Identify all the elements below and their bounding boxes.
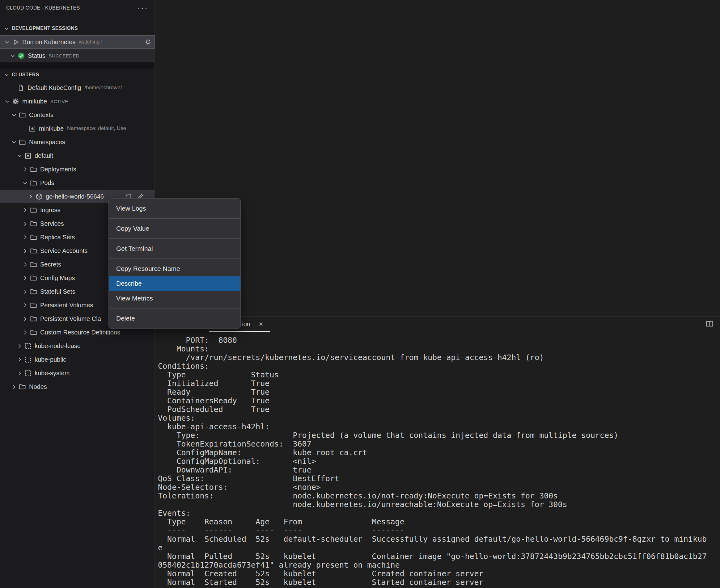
pod-icon: [35, 193, 43, 201]
menu-item-view-logs[interactable]: View Logs: [109, 201, 241, 216]
tree-item-label: minikube: [39, 125, 64, 132]
active-context-icon: [28, 125, 36, 132]
tree-item-description: watching f: [79, 39, 103, 45]
namespace-icon: [24, 342, 32, 350]
chevron-right-icon[interactable]: [21, 234, 29, 240]
tree-item-run-on-kubernetes[interactable]: Run on Kubernetes watching f: [0, 35, 155, 49]
chevron-right-icon[interactable]: [26, 194, 35, 200]
menu-item-delete[interactable]: Delete: [109, 311, 241, 326]
chevron-down-icon[interactable]: [21, 180, 29, 186]
tree-item-label: Services: [40, 220, 64, 227]
tree-item-description: Namespace: default, Use: [67, 125, 126, 131]
success-check-icon: [17, 52, 25, 60]
menu-item-get-terminal[interactable]: Get Terminal: [109, 241, 241, 256]
sidebar-title: CLOUD CODE - KUBERNETES: [6, 5, 80, 11]
folder-icon: [30, 166, 37, 173]
tree-item-label: Secrets: [40, 261, 61, 268]
folder-icon: [30, 206, 37, 214]
menu-separator: [109, 238, 240, 239]
split-editor-icon[interactable]: [706, 320, 713, 327]
folder-icon: [30, 329, 37, 336]
tree-item-namespace-kube-node-lease[interactable]: kube-node-lease: [0, 339, 155, 353]
cluster-icon: [12, 98, 19, 105]
tree-item-namespaces[interactable]: Namespaces: [0, 135, 155, 149]
tree-item-label: kube-public: [35, 356, 66, 363]
namespace-icon: [24, 369, 32, 377]
tree-item-default-kubeconfig[interactable]: Default KubeConfig /home/ecbrown/: [0, 81, 155, 94]
chevron-right-icon[interactable]: [16, 343, 23, 349]
folder-icon: [30, 247, 37, 255]
menu-item-view-metrics[interactable]: View Metrics: [109, 291, 241, 306]
chevron-right-icon[interactable]: [16, 357, 23, 362]
tree-item-namespace-kube-public[interactable]: kube-public: [0, 353, 155, 366]
tree-item-label: Persistent Volume Cla: [40, 315, 101, 322]
tree-item-label: Replica Sets: [40, 234, 75, 241]
tree-item-label: Config Maps: [40, 275, 75, 282]
folder-icon: [30, 274, 37, 282]
tree-item-label: Run on Kubernetes: [22, 39, 76, 46]
tree-item-status[interactable]: Status SUCCEEDED: [0, 49, 155, 62]
chevron-down-icon[interactable]: [16, 153, 23, 159]
tree-item-label: Status: [28, 52, 45, 59]
tree-item-pods[interactable]: Pods: [0, 176, 155, 190]
tree-item-namespace-default[interactable]: default: [0, 149, 155, 163]
tree-item-context-minikube[interactable]: minikube Namespace: default, Use: [0, 122, 155, 135]
tree-item-label: Ingress: [40, 207, 61, 214]
menu-item-copy-value[interactable]: Copy Value: [109, 221, 241, 236]
tree-item-minikube-cluster[interactable]: minikube ACTIVE: [0, 94, 155, 108]
chevron-right-icon[interactable]: [21, 302, 29, 308]
development-sessions-block: Run on Kubernetes watching f Status SUCC…: [0, 35, 155, 62]
chevron-right-icon[interactable]: [21, 166, 29, 172]
folder-icon: [19, 383, 26, 391]
tree-item-description: /home/ecbrown/: [84, 85, 122, 91]
chevron-down-icon[interactable]: [10, 139, 18, 145]
folder-icon: [19, 111, 26, 119]
gear-icon[interactable]: [144, 39, 151, 46]
tree-item-label: Stateful Sets: [40, 288, 75, 295]
chevron-right-icon[interactable]: [21, 289, 29, 295]
chevron-down-icon[interactable]: [3, 39, 11, 45]
section-header-development-sessions[interactable]: DEVELOPMENT SESSIONS: [0, 22, 155, 35]
chevron-right-icon[interactable]: [21, 316, 29, 322]
chevron-right-icon[interactable]: [10, 384, 18, 390]
chevron-down-icon[interactable]: [10, 112, 18, 118]
tree-item-deployments[interactable]: Deployments: [0, 163, 155, 176]
folder-icon: [30, 301, 37, 309]
tree-item-contexts[interactable]: Contexts: [0, 108, 155, 122]
chevron-down-icon[interactable]: [3, 99, 11, 104]
pod-context-menu: View Logs Copy Value Get Terminal Copy R…: [108, 198, 241, 329]
section-header-label: CLUSTERS: [12, 72, 39, 78]
tree-item-label: Nodes: [29, 383, 47, 390]
tree-item-label: Contexts: [29, 111, 54, 119]
chevron-right-icon[interactable]: [16, 370, 23, 376]
run-icon: [12, 38, 19, 46]
folder-icon: [30, 261, 37, 268]
menu-item-copy-resource-name[interactable]: Copy Resource Name: [109, 261, 241, 276]
chevron-right-icon[interactable]: [21, 221, 29, 227]
chevron-right-icon[interactable]: [21, 275, 29, 281]
tree-item-label: Pods: [40, 180, 55, 187]
tree-item-nodes[interactable]: Nodes: [0, 380, 155, 394]
tree-item-namespace-kube-system[interactable]: kube-system: [0, 366, 155, 380]
folder-icon: [30, 315, 37, 323]
close-icon[interactable]: [258, 321, 264, 327]
tree-item-label: kube-system: [35, 370, 69, 377]
status-badge: SUCCEEDED: [49, 53, 80, 58]
chevron-down-icon[interactable]: [9, 53, 17, 59]
menu-item-describe[interactable]: Describe: [109, 276, 241, 291]
describe-output: PORT: 8080 Mounts: /var/run/secrets/kube…: [155, 332, 720, 587]
tree-item-label: Default KubeConfig: [27, 84, 81, 91]
chevron-right-icon[interactable]: [21, 207, 29, 213]
tree-item-label: default: [35, 152, 53, 159]
more-actions-icon[interactable]: ···: [138, 6, 148, 9]
folder-icon: [30, 233, 37, 241]
section-divider: [0, 62, 155, 68]
panel-tab-label: ion: [242, 320, 250, 328]
folder-icon: [30, 179, 37, 187]
chevron-right-icon[interactable]: [21, 248, 29, 254]
chevron-right-icon[interactable]: [21, 330, 29, 335]
chevron-right-icon[interactable]: [21, 261, 29, 268]
folder-icon: [19, 138, 26, 146]
menu-separator: [109, 218, 240, 219]
section-header-clusters[interactable]: CLUSTERS: [0, 68, 155, 81]
